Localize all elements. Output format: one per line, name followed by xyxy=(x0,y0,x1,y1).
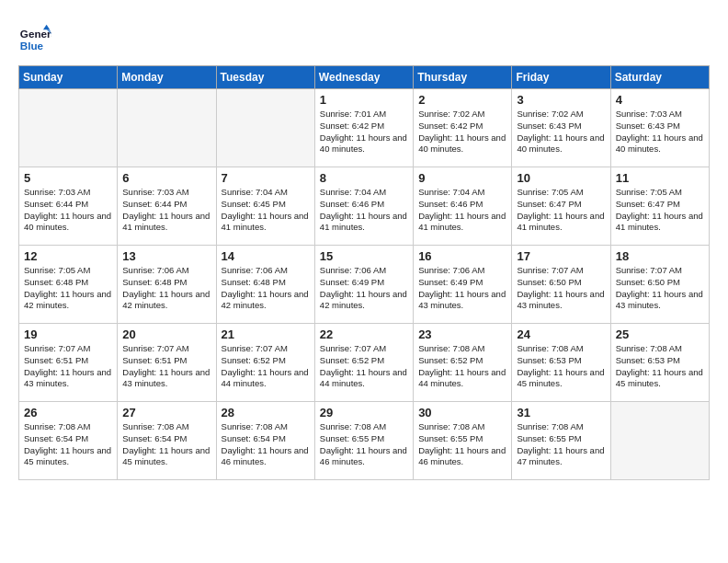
calendar-cell: 19Sunrise: 7:07 AM Sunset: 6:51 PM Dayli… xyxy=(19,324,118,402)
calendar-cell: 31Sunrise: 7:08 AM Sunset: 6:55 PM Dayli… xyxy=(512,402,610,480)
calendar-cell: 22Sunrise: 7:07 AM Sunset: 6:52 PM Dayli… xyxy=(314,324,413,402)
day-info: Sunrise: 7:02 AM Sunset: 6:43 PM Dayligh… xyxy=(517,109,605,155)
calendar-cell: 15Sunrise: 7:06 AM Sunset: 6:49 PM Dayli… xyxy=(314,246,413,324)
calendar-cell: 21Sunrise: 7:07 AM Sunset: 6:52 PM Dayli… xyxy=(216,324,314,402)
day-info: Sunrise: 7:05 AM Sunset: 6:47 PM Dayligh… xyxy=(616,187,704,234)
day-info: Sunrise: 7:04 AM Sunset: 6:45 PM Dayligh… xyxy=(222,187,310,234)
weekday-header-wednesday: Wednesday xyxy=(314,66,413,89)
calendar-cell: 9Sunrise: 7:04 AM Sunset: 6:46 PM Daylig… xyxy=(414,167,512,246)
weekday-header-thursday: Thursday xyxy=(414,66,512,89)
day-number: 6 xyxy=(122,171,210,185)
day-info: Sunrise: 7:02 AM Sunset: 6:42 PM Dayligh… xyxy=(418,109,506,155)
day-number: 24 xyxy=(517,327,605,341)
day-number: 13 xyxy=(122,249,210,263)
week-row-3: 12Sunrise: 7:05 AM Sunset: 6:48 PM Dayli… xyxy=(19,246,710,324)
svg-text:Blue: Blue xyxy=(20,40,44,52)
calendar-cell: 26Sunrise: 7:08 AM Sunset: 6:54 PM Dayli… xyxy=(19,402,118,480)
week-row-5: 26Sunrise: 7:08 AM Sunset: 6:54 PM Dayli… xyxy=(19,402,710,480)
day-info: Sunrise: 7:08 AM Sunset: 6:55 PM Dayligh… xyxy=(418,421,506,468)
day-number: 10 xyxy=(517,171,605,185)
calendar-cell: 16Sunrise: 7:06 AM Sunset: 6:49 PM Dayli… xyxy=(414,246,512,324)
calendar-cell: 6Sunrise: 7:03 AM Sunset: 6:44 PM Daylig… xyxy=(118,167,216,246)
weekday-header-monday: Monday xyxy=(118,66,216,89)
week-row-4: 19Sunrise: 7:07 AM Sunset: 6:51 PM Dayli… xyxy=(19,324,710,402)
calendar-cell: 1Sunrise: 7:01 AM Sunset: 6:42 PM Daylig… xyxy=(314,89,413,167)
day-number: 8 xyxy=(320,171,408,185)
day-number: 20 xyxy=(122,327,210,341)
calendar-cell: 8Sunrise: 7:04 AM Sunset: 6:46 PM Daylig… xyxy=(314,167,413,246)
day-info: Sunrise: 7:08 AM Sunset: 6:53 PM Dayligh… xyxy=(517,343,605,390)
calendar-cell: 11Sunrise: 7:05 AM Sunset: 6:47 PM Dayli… xyxy=(610,167,709,246)
weekday-header-row: SundayMondayTuesdayWednesdayThursdayFrid… xyxy=(19,66,710,89)
day-number: 21 xyxy=(222,327,310,341)
day-number: 31 xyxy=(517,406,605,419)
day-info: Sunrise: 7:08 AM Sunset: 6:54 PM Dayligh… xyxy=(122,421,210,468)
day-info: Sunrise: 7:03 AM Sunset: 6:44 PM Dayligh… xyxy=(122,187,210,234)
weekday-header-saturday: Saturday xyxy=(610,66,709,89)
calendar-cell: 27Sunrise: 7:08 AM Sunset: 6:54 PM Dayli… xyxy=(118,402,216,480)
calendar-cell: 2Sunrise: 7:02 AM Sunset: 6:42 PM Daylig… xyxy=(414,89,512,167)
calendar-cell: 7Sunrise: 7:04 AM Sunset: 6:45 PM Daylig… xyxy=(216,167,314,246)
day-info: Sunrise: 7:05 AM Sunset: 6:48 PM Dayligh… xyxy=(24,265,112,312)
calendar-cell: 14Sunrise: 7:06 AM Sunset: 6:48 PM Dayli… xyxy=(216,246,314,324)
day-info: Sunrise: 7:07 AM Sunset: 6:51 PM Dayligh… xyxy=(24,343,112,390)
calendar-cell xyxy=(216,89,314,167)
calendar-cell xyxy=(610,402,709,480)
calendar-cell: 28Sunrise: 7:08 AM Sunset: 6:54 PM Dayli… xyxy=(216,402,314,480)
day-info: Sunrise: 7:08 AM Sunset: 6:52 PM Dayligh… xyxy=(418,343,506,390)
day-number: 1 xyxy=(320,93,408,107)
day-number: 12 xyxy=(24,249,112,263)
day-info: Sunrise: 7:08 AM Sunset: 6:55 PM Dayligh… xyxy=(320,421,408,468)
week-row-1: 1Sunrise: 7:01 AM Sunset: 6:42 PM Daylig… xyxy=(19,89,710,167)
weekday-header-sunday: Sunday xyxy=(19,66,118,89)
day-info: Sunrise: 7:03 AM Sunset: 6:44 PM Dayligh… xyxy=(24,187,112,234)
calendar-table: SundayMondayTuesdayWednesdayThursdayFrid… xyxy=(18,65,710,480)
day-info: Sunrise: 7:08 AM Sunset: 6:54 PM Dayligh… xyxy=(24,421,112,468)
day-info: Sunrise: 7:05 AM Sunset: 6:47 PM Dayligh… xyxy=(517,187,605,234)
logo: General Blue xyxy=(18,23,55,56)
weekday-header-friday: Friday xyxy=(512,66,610,89)
day-info: Sunrise: 7:07 AM Sunset: 6:52 PM Dayligh… xyxy=(222,343,310,390)
day-number: 14 xyxy=(222,249,310,263)
day-number: 16 xyxy=(418,249,506,263)
day-info: Sunrise: 7:06 AM Sunset: 6:49 PM Dayligh… xyxy=(418,265,506,312)
day-info: Sunrise: 7:07 AM Sunset: 6:50 PM Dayligh… xyxy=(517,265,605,312)
day-number: 19 xyxy=(24,327,112,341)
calendar-cell: 25Sunrise: 7:08 AM Sunset: 6:53 PM Dayli… xyxy=(610,324,709,402)
calendar-cell: 17Sunrise: 7:07 AM Sunset: 6:50 PM Dayli… xyxy=(512,246,610,324)
day-info: Sunrise: 7:07 AM Sunset: 6:51 PM Dayligh… xyxy=(122,343,210,390)
day-info: Sunrise: 7:06 AM Sunset: 6:48 PM Dayligh… xyxy=(222,265,310,312)
day-number: 2 xyxy=(418,93,506,107)
calendar-cell xyxy=(118,89,216,167)
day-number: 26 xyxy=(24,406,112,419)
day-info: Sunrise: 7:03 AM Sunset: 6:43 PM Dayligh… xyxy=(616,109,704,155)
day-number: 28 xyxy=(222,406,310,419)
calendar-cell: 20Sunrise: 7:07 AM Sunset: 6:51 PM Dayli… xyxy=(118,324,216,402)
day-number: 27 xyxy=(122,406,210,419)
day-number: 11 xyxy=(616,171,704,185)
week-row-2: 5Sunrise: 7:03 AM Sunset: 6:44 PM Daylig… xyxy=(19,167,710,246)
page-header: General Blue xyxy=(18,18,710,56)
day-number: 5 xyxy=(24,171,112,185)
day-info: Sunrise: 7:07 AM Sunset: 6:52 PM Dayligh… xyxy=(320,343,408,390)
day-number: 7 xyxy=(222,171,310,185)
calendar-cell: 3Sunrise: 7:02 AM Sunset: 6:43 PM Daylig… xyxy=(512,89,610,167)
calendar-cell: 10Sunrise: 7:05 AM Sunset: 6:47 PM Dayli… xyxy=(512,167,610,246)
calendar-cell: 4Sunrise: 7:03 AM Sunset: 6:43 PM Daylig… xyxy=(610,89,709,167)
day-number: 25 xyxy=(616,327,704,341)
calendar-cell: 23Sunrise: 7:08 AM Sunset: 6:52 PM Dayli… xyxy=(414,324,512,402)
day-info: Sunrise: 7:08 AM Sunset: 6:55 PM Dayligh… xyxy=(517,421,605,468)
day-number: 17 xyxy=(517,249,605,263)
day-number: 23 xyxy=(418,327,506,341)
day-info: Sunrise: 7:06 AM Sunset: 6:48 PM Dayligh… xyxy=(122,265,210,312)
calendar-cell: 13Sunrise: 7:06 AM Sunset: 6:48 PM Dayli… xyxy=(118,246,216,324)
day-info: Sunrise: 7:07 AM Sunset: 6:50 PM Dayligh… xyxy=(616,265,704,312)
day-info: Sunrise: 7:04 AM Sunset: 6:46 PM Dayligh… xyxy=(418,187,506,234)
day-info: Sunrise: 7:08 AM Sunset: 6:53 PM Dayligh… xyxy=(616,343,704,390)
calendar-cell: 29Sunrise: 7:08 AM Sunset: 6:55 PM Dayli… xyxy=(314,402,413,480)
day-number: 30 xyxy=(418,406,506,419)
day-number: 18 xyxy=(616,249,704,263)
logo-icon: General Blue xyxy=(18,23,51,56)
day-info: Sunrise: 7:04 AM Sunset: 6:46 PM Dayligh… xyxy=(320,187,408,234)
weekday-header-tuesday: Tuesday xyxy=(216,66,314,89)
